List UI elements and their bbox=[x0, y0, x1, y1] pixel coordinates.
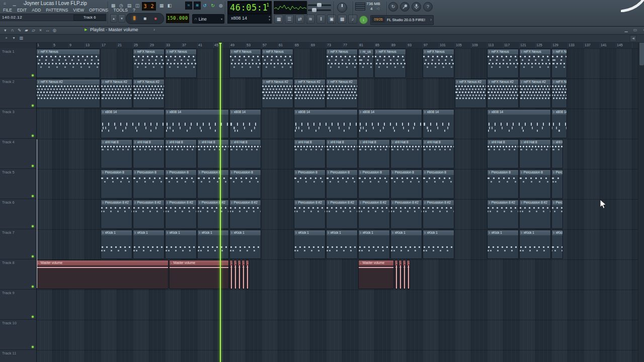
playlist-menu-icon[interactable]: ▾ bbox=[2, 27, 9, 33]
pattern-clip[interactable]: ≡Percussion 8 bbox=[165, 169, 197, 199]
track-mute-led[interactable] bbox=[32, 225, 34, 227]
pattern-clip[interactable]: ≡xHi Hat 8 bbox=[326, 139, 358, 168]
pattern-clip[interactable]: ≡x808 14 bbox=[358, 109, 422, 138]
pattern-clip[interactable]: ≡x808 14 bbox=[229, 109, 261, 138]
automation-clip[interactable]: ~Master volume bbox=[358, 260, 394, 289]
piano-roll-icon[interactable]: ☰ bbox=[285, 15, 294, 24]
delete-tool-icon[interactable]: ▱ bbox=[30, 27, 37, 33]
blend-notes-icon[interactable]: ▦ bbox=[158, 2, 165, 10]
slip-tool-icon[interactable]: ↔ bbox=[44, 27, 51, 33]
remote-link-icon[interactable]: ↻ bbox=[209, 2, 216, 10]
pattern-clip[interactable]: ≡Percussion 8 bbox=[229, 169, 261, 199]
pattern-clip[interactable]: ≡reFX Nexus bbox=[133, 49, 165, 78]
track-header-5[interactable]: Track 5 bbox=[0, 169, 36, 199]
track-header-2[interactable]: Track 2 bbox=[0, 78, 36, 109]
stop-button[interactable]: ■ bbox=[140, 15, 150, 23]
midi-link-icon[interactable]: ↺ bbox=[201, 2, 208, 10]
automation-clip[interactable]: ~ bbox=[398, 260, 402, 289]
spin-up-icon[interactable]: ▴ bbox=[269, 15, 270, 18]
help-button[interactable]: ? bbox=[423, 2, 433, 12]
pattern-clip[interactable]: ≡reFX Nexus #2 bbox=[101, 79, 132, 108]
automation-clip[interactable]: ~ bbox=[403, 260, 406, 289]
pattern-clip[interactable]: ≡x808 14 bbox=[423, 109, 454, 138]
pattern-clip[interactable]: ≡xHi Hat 8 bbox=[390, 139, 422, 168]
pattern-clip[interactable]: ≡Percussion 8 #2 bbox=[358, 200, 390, 229]
timeline-ruler[interactable]: 1591317212529333741454953576165697377818… bbox=[36, 42, 638, 49]
pattern-clip[interactable]: ≡Percussion 8 #2 bbox=[165, 200, 197, 229]
shuffle-knob[interactable] bbox=[337, 3, 347, 13]
track-header-4[interactable]: Track 4 bbox=[0, 139, 36, 169]
pattern-clip[interactable]: ≡reFX Nexus #2 bbox=[519, 79, 551, 108]
automation-clip[interactable]: ~ bbox=[233, 260, 237, 289]
playlist-minimize-icon[interactable]: ▁ bbox=[624, 27, 628, 33]
pattern-selector[interactable]: x808 14 ▴ ▾ bbox=[227, 14, 272, 24]
track-header-7[interactable]: Track 7 bbox=[0, 229, 36, 259]
news-hint-bar[interactable]: 09/26 FL Studio 20.0.5 FIRE! › bbox=[370, 15, 434, 25]
track-mute-led[interactable] bbox=[32, 165, 34, 167]
track-header-3[interactable]: Track 3 bbox=[0, 109, 36, 139]
pattern-clip[interactable]: ≡xKick 1 bbox=[358, 230, 390, 259]
track-mute-led[interactable] bbox=[32, 74, 34, 76]
pattern-clip[interactable]: ≡Percussion 8 #2 bbox=[551, 200, 563, 229]
pattern-clip[interactable]: ≡reFX Nexus bbox=[229, 49, 261, 78]
pattern-clip[interactable]: ≡xHi Hat 8 bbox=[133, 139, 165, 168]
pattern-clip[interactable]: ≡Percussion 8 bbox=[197, 169, 229, 199]
pattern-clip[interactable]: ≡reFX Nexus #2 bbox=[262, 79, 293, 108]
pattern-down-icon[interactable]: ▾ bbox=[118, 14, 125, 23]
pattern-clip[interactable]: ≡x808 14 bbox=[294, 109, 358, 138]
time-display[interactable]: 46:05:1 1 bbox=[227, 1, 272, 14]
pattern-clip[interactable]: ≡xHi Hat 8 bbox=[101, 139, 132, 168]
playlist-maximize-icon[interactable]: ▭ bbox=[633, 27, 637, 33]
playlist-close-icon[interactable]: × bbox=[642, 27, 644, 33]
pattern-clip[interactable]: ≡xKick 1 bbox=[197, 230, 229, 259]
automation-clip[interactable]: ~ bbox=[242, 260, 245, 289]
automation-clip[interactable]: ~ bbox=[237, 260, 241, 289]
pattern-clip[interactable]: ≡x808 14 bbox=[487, 109, 551, 138]
pattern-clip[interactable]: ≡xKick 1 bbox=[229, 230, 261, 259]
track-mute-led[interactable] bbox=[32, 316, 34, 318]
pattern-clip[interactable]: ≡reFX Nexus #2 bbox=[133, 79, 165, 108]
pattern-clip[interactable]: ≡reFX Nexus bbox=[551, 49, 567, 78]
pattern-up-icon[interactable]: ▴ bbox=[110, 14, 117, 23]
pattern-clip[interactable]: ≡xHi Hat 8 bbox=[358, 139, 390, 168]
virtual-keyboard-icon[interactable]: ▩ bbox=[338, 15, 347, 24]
pattern-clip[interactable]: ≡reFX Nexus bbox=[326, 49, 358, 78]
pattern-clip[interactable]: ≡Percussion 8 #2 bbox=[519, 200, 551, 229]
pattern-clip[interactable]: ≡re_us bbox=[358, 49, 374, 78]
scrollbar-thumb[interactable] bbox=[639, 42, 644, 65]
menu-item-edit[interactable]: EDIT bbox=[15, 7, 29, 13]
countdown-icon[interactable]: ◫ bbox=[134, 2, 141, 10]
pattern-clip[interactable]: ≡reFX Nexus bbox=[519, 49, 551, 78]
pattern-clip[interactable]: ≡xHi Hat 8 bbox=[551, 139, 563, 168]
snap-magnet-icon[interactable]: ∩ bbox=[9, 27, 16, 33]
pattern-clip[interactable]: ≡xHi Hat 8 bbox=[294, 139, 326, 168]
typing-keyboard-icon[interactable]: ▩ bbox=[110, 2, 117, 10]
pattern-clip[interactable]: ≡Percussion 8 bbox=[133, 169, 165, 199]
pattern-clip[interactable]: ≡reFX Nexus bbox=[487, 49, 519, 78]
pitch-slider-thumb[interactable] bbox=[312, 8, 316, 12]
tools-button[interactable] bbox=[400, 2, 410, 12]
pattern-clip[interactable]: ≡x808 14 bbox=[101, 109, 165, 138]
draw-tool-icon[interactable]: ✎ bbox=[16, 27, 23, 33]
pattern-clip[interactable]: ≡reFX Nexus #2 bbox=[36, 79, 100, 108]
channel-rack-icon[interactable]: ⇄ bbox=[295, 15, 304, 24]
pattern-spinner[interactable]: ▴ ▾ bbox=[269, 15, 270, 22]
scroll-left-button[interactable]: ◀ bbox=[630, 35, 636, 42]
track-header-8[interactable]: Track 8 bbox=[0, 259, 36, 290]
wait-for-input-icon[interactable]: ▤ bbox=[126, 2, 133, 10]
global-snap-selector[interactable]: ∩ Line ▾ bbox=[192, 14, 224, 24]
pattern-clip[interactable]: ≡reFX Nexus bbox=[423, 49, 454, 78]
pattern-clip[interactable]: ≡reFX Nexus #2 bbox=[294, 79, 326, 108]
spin-down-icon[interactable]: ▾ bbox=[269, 18, 270, 21]
pattern-clip[interactable]: ≡Percussion 8 #2 bbox=[229, 200, 261, 229]
menu-item-patterns[interactable]: PATTERNS bbox=[43, 7, 70, 13]
minimize-icon[interactable]: ▁ bbox=[12, 1, 17, 7]
pattern-clip[interactable]: ≡reFX Nexus #2 bbox=[551, 79, 567, 108]
paint-tool-icon[interactable]: ▰ bbox=[23, 27, 30, 33]
automation-clip[interactable]: ~ bbox=[407, 260, 410, 289]
pattern-clip[interactable]: ≡reFX Nexus #2 bbox=[487, 79, 519, 108]
pattern-clip[interactable]: ≡reFX Nexus bbox=[374, 49, 406, 78]
pattern-clip[interactable]: ≡xKick 1 bbox=[294, 230, 326, 259]
track-header-6[interactable]: Track 6 bbox=[0, 199, 36, 229]
pattern-clip[interactable]: ≡reFX Nexus bbox=[262, 49, 293, 78]
